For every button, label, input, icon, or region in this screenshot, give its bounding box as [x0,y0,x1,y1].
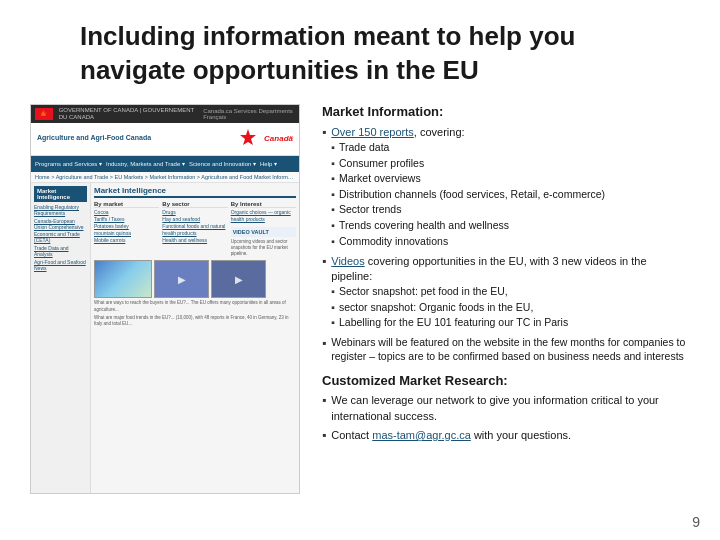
by-market-col: By market Cocoa Tariffs / Taxes Potatoes… [94,201,159,258]
video-thumb-1 [154,260,209,298]
site-nav: Programs and Services ▾ Industry, Market… [31,156,299,172]
sector-link-1: Drugs [162,209,227,216]
customized-text-2: Contact mas-tam@agr.gc.ca with your ques… [331,428,571,444]
email-link[interactable]: mas-tam@agr.gc.ca [372,429,471,441]
maple-leaf-icon [236,127,260,151]
by-market-title: By market [94,201,159,208]
sub-item-6: ▪Trends covering health and wellness [331,219,605,233]
website-screenshot: 🍁 GOVERNMENT OF CANADA | GOUVERNEMENT DU… [30,104,300,494]
customized-title: Customized Market Research: [322,373,690,388]
over150-link: Over 150 reports [331,126,414,138]
webinars-text: Webinars will be featured on the website… [331,336,690,363]
bullet-dot-4: ▪ [322,393,326,424]
video-thumb-2 [211,260,266,298]
map-image [94,260,152,298]
bullet-reports-text: Over 150 reports, covering: ▪Trade data … [331,125,605,251]
market-link-5: Mobile carrots [94,237,159,244]
videos-link: Videos [331,255,364,267]
page-number: 9 [692,514,700,530]
market-link-3: Potatoes barley [94,223,159,230]
sub-item-5: ▪Sector trends [331,203,605,217]
bullet-dot-5: ▪ [322,428,326,444]
bullet-dot-3: ▪ [322,336,326,363]
nav-programs: Programs and Services ▾ [35,160,102,167]
gov-header-text: GOVERNMENT OF CANADA | GOUVERNEMENT DU C… [59,107,197,120]
video-vault-label: VIDEO VAULT [231,227,296,237]
sidebar-link-4: Agri-Food and Seafood News [34,259,87,272]
bullet-dot-1: ▪ [322,125,326,251]
sector-link-3: Functional foods and natural health prod… [162,223,227,237]
slide-title: Including information meant to help you … [80,20,690,88]
slide-container: Including information meant to help you … [0,0,720,540]
customized-item-2: ▪ Contact mas-tam@agr.gc.ca with your qu… [322,428,690,444]
sub-bullets-videos: ▪Sector snapshot: pet food in the EU, ▪s… [331,285,690,330]
site-banner-title: Agriculture and Agri-Food Canada [37,134,151,142]
breadcrumb: Home > Agriculture and Trade > EU Market… [31,172,299,183]
sub-item-2: ▪Consumer profiles [331,157,605,171]
video-vault-desc: Upcoming videos and sector snapshots for… [231,239,296,258]
market-info-title: Market Information: [322,104,690,119]
market-link-4: mountain quinoa [94,230,159,237]
site-banner: Agriculture and Agri-Food Canada Canadä [31,123,299,156]
by-interest-col: By Interest Organic choices — organic he… [231,201,296,258]
by-columns: By market Cocoa Tariffs / Taxes Potatoes… [94,201,296,258]
video-item-3: ▪Labelling for the EU 101 featuring our … [331,316,690,330]
sector-link-4: Health and wellness [162,237,227,244]
bullet-webinars: ▪ Webinars will be featured on the websi… [322,336,690,363]
sub-item-4: ▪Distribution channels (food services, R… [331,188,605,202]
market-link-2: Tariffs / Taxes [94,216,159,223]
market-info-section: Market Information: ▪ Over 150 reports, … [322,104,690,364]
video-item-1: ▪Sector snapshot: pet food in the EU, [331,285,690,299]
nav-industry: Industry, Markets and Trade ▾ [106,160,185,167]
nav-help: Help ▾ [260,160,277,167]
screenshot-sidebar: Market Intelligence Enabling Regulatory … [31,183,91,494]
screenshot-small-text-2: What are major food trends in the EU?...… [94,315,296,328]
market-info-bullets: ▪ Over 150 reports, covering: ▪Trade dat… [322,125,690,364]
customized-bullets: ▪ We can leverage our network to give yo… [322,393,690,443]
sidebar-link-3: Trade Data and Analysis [34,245,87,258]
customized-item-1: ▪ We can leverage our network to give yo… [322,393,690,424]
sidebar-link-2: Canada-European Union Comprehensive Econ… [34,218,87,244]
sub-item-7: ▪Commodity innovations [331,235,605,249]
customized-section: Customized Market Research: ▪ We can lev… [322,373,690,443]
by-sector-title: By sector [162,201,227,208]
nav-links-header: Canada.ca Services Departments Français [203,108,295,120]
canada-flag-icon: 🍁 [35,108,53,120]
content-area: 🍁 GOVERNMENT OF CANADA | GOUVERNEMENT DU… [30,104,690,524]
by-sector-col: By sector Drugs Hay and seafood Function… [162,201,227,258]
bullet-reports: ▪ Over 150 reports, covering: ▪Trade dat… [322,125,690,251]
canada-wordmark: Canadä [264,134,293,143]
bullet-dot-2: ▪ [322,254,326,332]
sub-item-1: ▪Trade data [331,141,605,155]
market-link-1: Cocoa [94,209,159,216]
site-title: Agriculture and Agri-Food Canada [37,134,151,142]
interest-link-1: Organic choices — organic health product… [231,209,296,223]
bullet-videos: ▪ Videos covering opportunities in the E… [322,254,690,332]
sidebar-title: Market Intelligence [34,186,87,202]
screenshot-content: Market Intelligence By market Cocoa Tari… [91,183,299,494]
sub-bullets-reports: ▪Trade data ▪Consumer profiles ▪Market o… [331,141,605,248]
screenshot-images [94,260,296,298]
sector-link-2: Hay and seafood [162,216,227,223]
nav-science: Science and Innovation ▾ [189,160,256,167]
screenshot-small-text-1: What are ways to reach the buyers in the… [94,300,296,313]
market-intel-title: Market Intelligence [94,186,296,198]
bullet-videos-text: Videos covering opportunities in the EU,… [331,254,690,332]
video-item-2: ▪sector snapshot: Organic foods in the E… [331,301,690,315]
by-interest-title: By Interest [231,201,296,208]
info-panel: Market Information: ▪ Over 150 reports, … [312,104,690,524]
sub-item-3: ▪Market overviews [331,172,605,186]
screenshot-main: Market Intelligence Enabling Regulatory … [31,183,299,494]
customized-text-1: We can leverage our network to give you … [331,393,690,424]
sidebar-link-1: Enabling Regulatory Requirements [34,204,87,217]
gc-header: 🍁 GOVERNMENT OF CANADA | GOUVERNEMENT DU… [31,105,299,123]
